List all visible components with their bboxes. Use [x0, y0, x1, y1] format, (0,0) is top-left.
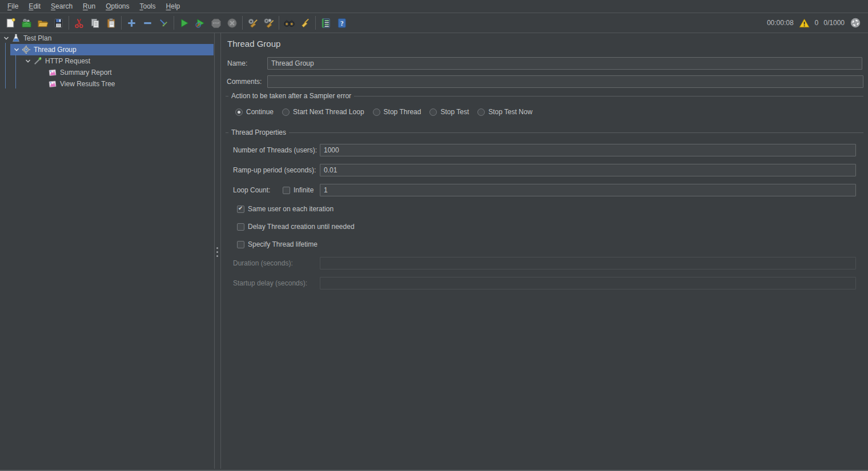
specify-lifetime-checkbox[interactable]: Specify Thread lifetime — [237, 240, 318, 249]
rampup-input[interactable] — [320, 164, 856, 176]
tree-item-label: HTTP Request — [42, 57, 90, 65]
start-icon[interactable] — [178, 17, 190, 29]
tree-item-test-plan[interactable]: Test Plan — [1, 33, 51, 44]
delay-thread-creation-checkbox[interactable]: Delay Thread creation until needed — [237, 222, 355, 231]
stop-icon: STOP — [210, 17, 222, 29]
copy-icon[interactable] — [89, 17, 101, 29]
checkbox-label: Specify Thread lifetime — [248, 240, 318, 248]
panel-splitter[interactable] — [214, 33, 221, 469]
name-input[interactable] — [267, 57, 862, 70]
checkbox-label: Delay Thread creation until needed — [248, 223, 355, 231]
checkbox-icon — [237, 223, 244, 231]
save-icon[interactable] — [53, 17, 65, 29]
rampup-label: Ramp-up period (seconds): — [233, 164, 316, 176]
radio-stop-test[interactable]: Stop Test — [429, 108, 469, 116]
tree-item-label: View Results Tree — [57, 80, 115, 88]
startup-delay-label: Startup delay (seconds): — [233, 277, 307, 289]
sampler-error-radio-group: Continue Start Next Thread Loop Stop Thr… — [235, 107, 532, 116]
radio-label: Stop Thread — [384, 108, 421, 116]
checkbox-icon — [283, 187, 290, 194]
svg-text:STOP: STOP — [213, 22, 220, 25]
menu-file[interactable]: File — [2, 1, 23, 11]
menu-search[interactable]: Search — [46, 1, 78, 11]
loop-count-input[interactable] — [320, 184, 856, 196]
radio-label: Stop Test — [440, 108, 469, 116]
sampler-error-group-title: Action to be taken after a Sampler error — [228, 92, 354, 100]
radio-icon — [282, 108, 290, 116]
radio-selected-icon — [235, 108, 243, 116]
clear-icon[interactable] — [247, 17, 259, 29]
menu-tools[interactable]: Tools — [135, 1, 161, 11]
clear-all-icon[interactable] — [263, 17, 275, 29]
search-reset-icon[interactable] — [299, 17, 311, 29]
tree-guide-line — [15, 54, 16, 88]
chevron-placeholder — [38, 79, 48, 88]
tree-item-thread-group[interactable]: Thread Group — [11, 44, 77, 55]
num-threads-label: Number of Threads (users): — [233, 144, 317, 156]
tree-item-view-results-tree[interactable]: View Results Tree — [38, 78, 115, 90]
page-title: Thread Group — [227, 39, 280, 49]
loop-count-label: Loop Count: — [233, 184, 270, 196]
start-no-pauses-icon[interactable] — [194, 17, 206, 29]
search-icon[interactable] — [283, 17, 295, 29]
svg-text:?: ? — [340, 19, 344, 26]
radio-icon — [429, 108, 437, 116]
chevron-placeholder — [38, 68, 48, 77]
templates-icon[interactable] — [21, 17, 33, 29]
function-helper-icon[interactable] — [320, 17, 332, 29]
startup-delay-input — [320, 277, 856, 289]
jmeter-window: File Edit Search Run Options Tools Help — [0, 0, 868, 471]
comments-input[interactable] — [267, 75, 863, 88]
chevron-down-icon[interactable] — [23, 57, 33, 66]
comments-label: Comments: — [227, 75, 262, 88]
menu-help[interactable]: Help — [161, 1, 186, 11]
testplan-tree: Test Plan — [0, 33, 214, 469]
radio-start-next-thread-loop[interactable]: Start Next Thread Loop — [282, 108, 364, 116]
help-icon[interactable]: ? — [336, 17, 348, 29]
toolbar-separator — [69, 16, 69, 30]
toolbar: STOP — [0, 13, 868, 33]
thread-properties-group-title: Thread Properties — [228, 128, 289, 137]
tree-item-summary-report[interactable]: Summary Report — [38, 67, 112, 78]
tree-item-label: Thread Group — [31, 46, 77, 54]
toolbar-separator — [174, 16, 174, 30]
toggle-icon[interactable] — [158, 17, 170, 29]
http-request-icon — [33, 57, 42, 66]
splitter-grip[interactable] — [216, 247, 218, 249]
listener-chart-icon — [48, 79, 57, 88]
thread-group-config-panel: Thread Group Name: Comments: Action to b… — [221, 33, 868, 469]
add-icon[interactable] — [126, 17, 138, 29]
new-testplan-icon[interactable] — [5, 17, 17, 29]
name-label: Name: — [227, 57, 247, 70]
menu-run[interactable]: Run — [78, 1, 101, 11]
tree-item-http-request[interactable]: HTTP Request — [23, 55, 90, 67]
threads-ratio: 0/1000 — [823, 19, 845, 27]
chevron-down-icon[interactable] — [11, 45, 22, 54]
menu-options[interactable]: Options — [101, 1, 134, 11]
cut-icon[interactable] — [73, 17, 85, 29]
open-icon[interactable] — [37, 17, 49, 29]
remove-icon[interactable] — [142, 17, 154, 29]
infinite-checkbox[interactable]: Infinite — [283, 186, 314, 195]
paste-icon[interactable] — [105, 17, 117, 29]
content-area: Test Plan — [0, 33, 868, 469]
checkbox-checked-icon — [237, 206, 244, 213]
menu-edit[interactable]: Edit — [23, 1, 46, 11]
radio-label: Stop Test Now — [488, 108, 532, 116]
warning-icon[interactable] — [799, 18, 810, 28]
checkbox-icon — [237, 241, 244, 248]
radio-icon — [477, 108, 485, 116]
tree-guide-line — [5, 43, 6, 88]
radio-icon — [373, 108, 380, 116]
radio-stop-thread[interactable]: Stop Thread — [373, 108, 421, 116]
chevron-down-icon[interactable] — [1, 34, 11, 43]
radio-stop-test-now[interactable]: Stop Test Now — [477, 108, 532, 116]
toolbar-status-cluster: 00:00:08 0 0/1000 — [767, 17, 863, 29]
toolbar-separator — [242, 16, 243, 30]
same-user-checkbox[interactable]: Same user on each iteration — [237, 204, 333, 214]
shutdown-icon — [226, 17, 238, 29]
radio-continue[interactable]: Continue — [235, 108, 274, 116]
tree-item-label: Summary Report — [57, 69, 112, 77]
num-threads-input[interactable] — [320, 144, 856, 156]
checkbox-label: Same user on each iteration — [248, 205, 333, 213]
